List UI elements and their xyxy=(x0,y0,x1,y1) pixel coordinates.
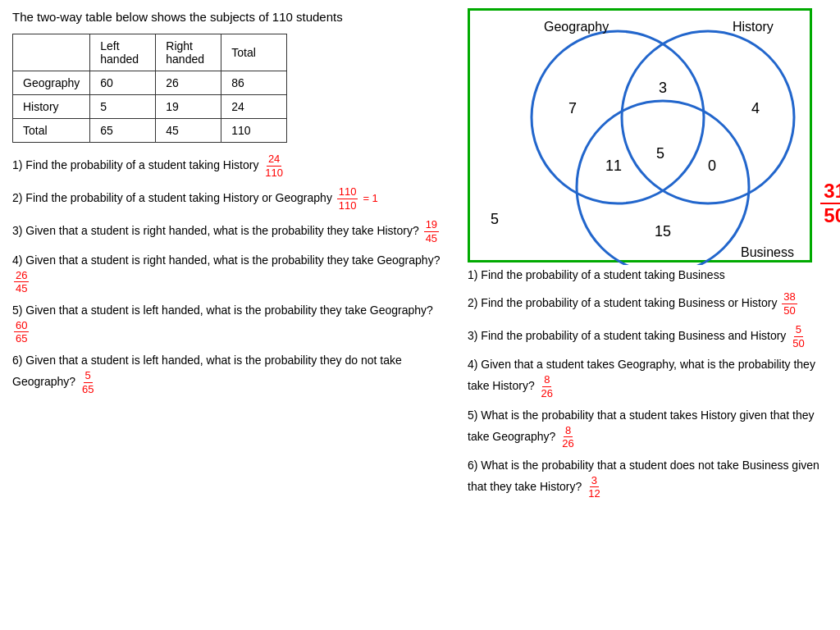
venn-diagram: Geography History Business 7 3 4 11 5 0 xyxy=(468,8,812,262)
right-q5-answer: 8 26 xyxy=(560,424,575,450)
left-q3-text: Given that a student is right handed, wh… xyxy=(25,224,422,237)
table-header-row: Lefthanded Righthanded Total xyxy=(13,34,287,71)
right-q5-den-val: 26 xyxy=(560,437,575,450)
row-label-total: Total xyxy=(13,119,90,143)
venn-svg: Geography History Business 7 3 4 11 5 0 xyxy=(470,11,815,265)
left-q3-answer: 19 45 xyxy=(424,218,439,244)
right-q5-text: What is the probability that a student t… xyxy=(468,409,815,443)
right-q3-num: 3) xyxy=(468,329,477,342)
left-q5: 5) Given that a student is left handed, … xyxy=(12,302,447,345)
left-q4-den-val: 45 xyxy=(14,282,29,295)
right-q1-text: Find the probability of a student taking… xyxy=(481,268,724,281)
venn-big-fraction-den: 50 xyxy=(820,204,840,227)
right-q6-answer: 3 12 xyxy=(587,474,601,500)
header-total: Total xyxy=(221,34,287,71)
left-q3: 3) Given that a student is right handed,… xyxy=(12,218,447,244)
left-q4-num-val: 26 xyxy=(14,269,29,283)
right-questions: 1) Find the probability of a student tak… xyxy=(468,267,832,500)
left-q3-den-val: 45 xyxy=(424,232,439,245)
total-right: 45 xyxy=(156,119,221,143)
venn-hist-only: 4 xyxy=(751,100,760,116)
right-q1-num: 1) xyxy=(468,268,477,281)
left-q2: 2) Find the probability of a student tak… xyxy=(12,185,447,212)
venn-geo-bus: 11 xyxy=(605,158,622,174)
right-q4: 4) Given that a student takes Geography,… xyxy=(468,356,832,399)
geo-total: 86 xyxy=(221,71,287,95)
venn-bus-label: Business xyxy=(741,245,794,259)
hist-total: 24 xyxy=(221,95,287,119)
two-way-table: Lefthanded Righthanded Total Geography 6… xyxy=(12,34,287,143)
right-q3-num-val: 5 xyxy=(794,323,803,337)
venn-geo-label: Geography xyxy=(544,20,609,34)
header-right-handed: Righthanded xyxy=(156,34,221,71)
venn-bus-only: 15 xyxy=(655,223,671,240)
row-label-history: History xyxy=(13,95,90,119)
left-q2-num-val: 110 xyxy=(337,185,358,199)
left-q2-equals: = 1 xyxy=(363,192,377,204)
venn-hist-label: History xyxy=(733,20,774,34)
left-q4: 4) Given that a student is right handed,… xyxy=(12,252,447,295)
right-q1: 1) Find the probability of a student tak… xyxy=(468,267,832,284)
right-q2-den-val: 50 xyxy=(782,304,797,317)
right-q2-answer: 38 50 xyxy=(782,290,797,317)
geo-right: 26 xyxy=(156,71,221,95)
hist-left: 5 xyxy=(90,95,156,119)
table-row-history: History 5 19 24 xyxy=(13,95,287,119)
left-q2-den-val: 110 xyxy=(337,199,358,212)
right-q6-num-val: 3 xyxy=(590,474,599,488)
row-label-geography: Geography xyxy=(13,71,90,95)
total-total: 110 xyxy=(221,119,287,143)
right-q4-text: Given that a student takes Geography, wh… xyxy=(468,358,815,392)
left-questions: 1) Find the probability of a student tak… xyxy=(12,153,447,395)
left-q5-num-val: 60 xyxy=(14,319,29,333)
right-q2-num-val: 38 xyxy=(782,290,797,304)
main-container: The two-way table below shows the subjec… xyxy=(0,0,840,630)
left-q5-text: Given that a student is left handed, wha… xyxy=(25,304,433,317)
right-q5-num-val: 8 xyxy=(564,424,573,438)
left-q5-answer: 60 65 xyxy=(14,319,29,345)
left-q5-num: 5) xyxy=(12,304,22,317)
venn-all-three: 5 xyxy=(656,145,664,162)
right-q6-text: What is the probability that a student d… xyxy=(468,459,819,493)
left-q1-answer: 24 110 xyxy=(263,153,285,179)
venn-big-fraction-num: 31 xyxy=(820,180,840,204)
right-q6-den-val: 12 xyxy=(587,487,601,500)
total-left: 65 xyxy=(90,119,156,143)
right-q2: 2) Find the probability of a student tak… xyxy=(468,290,832,317)
geo-left: 60 xyxy=(90,71,156,95)
hist-right: 19 xyxy=(156,95,221,119)
left-q3-num: 3) xyxy=(12,224,22,237)
right-q5-num: 5) xyxy=(468,409,477,422)
right-q4-num-val: 8 xyxy=(542,373,551,387)
venn-outside: 5 xyxy=(491,211,499,227)
right-q3-answer: 5 50 xyxy=(791,323,806,349)
left-q5-den-val: 65 xyxy=(14,332,29,345)
intro-text: The two-way table below shows the subjec… xyxy=(12,8,447,25)
left-q1-num-val: 24 xyxy=(267,153,281,167)
right-q4-den-val: 26 xyxy=(540,387,555,400)
left-q6-answer: 5 65 xyxy=(80,369,95,395)
left-q2-num: 2) xyxy=(12,191,22,204)
left-q1-den-val: 110 xyxy=(263,167,285,180)
right-panel: Geography History Business 7 3 4 11 5 0 xyxy=(459,0,840,630)
right-q4-answer: 8 26 xyxy=(540,373,555,399)
right-q3-den-val: 50 xyxy=(791,337,806,350)
table-row-total: Total 65 45 110 xyxy=(13,119,287,143)
left-q4-num: 4) xyxy=(12,253,22,267)
left-q1: 1) Find the probability of a student tak… xyxy=(12,153,447,179)
left-q2-answer: 110 110 xyxy=(337,185,358,212)
right-q3: 3) Find the probability of a student tak… xyxy=(468,323,832,349)
right-q2-num: 2) xyxy=(468,296,477,309)
left-q1-text: Find the probability of a student taking… xyxy=(25,158,262,171)
left-q6-text: Given that a student is left handed, wha… xyxy=(12,354,402,388)
left-q6-den-val: 65 xyxy=(80,383,95,396)
header-empty xyxy=(13,34,90,71)
left-panel: The two-way table below shows the subjec… xyxy=(0,0,459,630)
venn-geo-only: 7 xyxy=(568,100,577,116)
left-q6: 6) Given that a student is left handed, … xyxy=(12,352,447,395)
left-q4-answer: 26 45 xyxy=(14,269,29,295)
left-q6-num: 6) xyxy=(12,354,22,367)
venn-big-fraction: 31 50 xyxy=(820,180,840,227)
venn-geo-hist: 3 xyxy=(659,80,667,96)
left-q2-text: Find the probability of a student taking… xyxy=(25,191,335,204)
